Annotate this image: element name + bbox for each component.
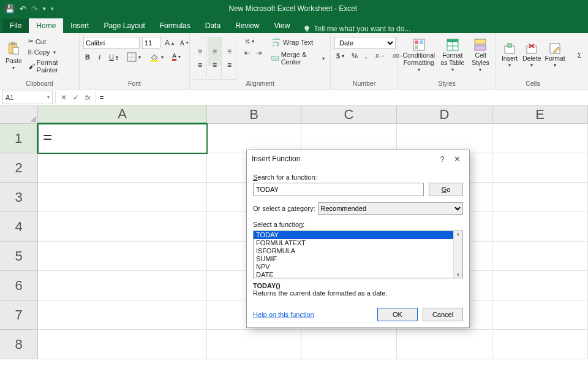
- save-icon[interactable]: 💾: [5, 4, 15, 13]
- autosum-button[interactable]: Σ: [573, 36, 586, 76]
- cell-B8[interactable]: [207, 330, 301, 359]
- function-item-isformula[interactable]: ISFORMULA: [254, 247, 462, 255]
- cell-E2[interactable]: [492, 153, 588, 183]
- tab-page-layout[interactable]: Page Layout: [96, 18, 152, 33]
- undo-icon[interactable]: ↶: [20, 4, 26, 13]
- percent-button[interactable]: %: [350, 52, 360, 60]
- name-box[interactable]: A1▾: [2, 91, 53, 104]
- redo-icon[interactable]: ↷: [31, 4, 38, 13]
- fill-color-button[interactable]: ▾: [148, 52, 165, 63]
- scroll-up-icon[interactable]: ▲: [456, 231, 461, 237]
- qat-overflow-icon[interactable]: ▾: [51, 6, 54, 12]
- paste-button[interactable]: Paste ▾: [4, 36, 24, 76]
- delete-cells-button[interactable]: Delete▾: [522, 36, 541, 76]
- font-name-input[interactable]: [83, 37, 140, 49]
- help-icon[interactable]: ?: [435, 155, 450, 164]
- increase-indent-icon[interactable]: ⇥: [254, 48, 263, 58]
- decrease-indent-icon[interactable]: ⇤: [243, 48, 252, 58]
- row-header-8[interactable]: 8: [0, 330, 38, 359]
- list-scrollbar[interactable]: ▲▼: [453, 231, 462, 278]
- enter-formula-icon[interactable]: ✓: [73, 93, 79, 102]
- function-item-formulatext[interactable]: FORMULATEXT: [254, 239, 462, 247]
- tab-home[interactable]: Home: [29, 18, 63, 33]
- column-header-D[interactable]: D: [397, 105, 492, 124]
- cell-B1[interactable]: [207, 124, 301, 153]
- column-header-B[interactable]: B: [207, 105, 301, 124]
- cell-styles-button[interactable]: Cell Styles▾: [469, 36, 492, 76]
- cell-E5[interactable]: [492, 242, 588, 271]
- increase-decimal-icon[interactable]: .0→: [372, 52, 386, 59]
- scroll-down-icon[interactable]: ▼: [456, 272, 461, 278]
- row-header-2[interactable]: 2: [0, 153, 38, 183]
- row-headers[interactable]: 12345678: [0, 124, 38, 359]
- cell-A3[interactable]: [38, 183, 207, 212]
- column-header-C[interactable]: C: [301, 105, 397, 124]
- cell-E3[interactable]: [492, 183, 588, 212]
- select-all-corner[interactable]: [0, 105, 38, 124]
- format-painter-button[interactable]: 🖌Format Painter: [26, 58, 75, 74]
- search-function-input[interactable]: [253, 183, 424, 196]
- cut-button[interactable]: ✂Cut: [26, 37, 75, 46]
- function-list[interactable]: TODAYFORMULATEXTISFORMULASUMIFNPVDATE ▲▼: [253, 231, 463, 278]
- close-icon[interactable]: ✕: [450, 155, 464, 164]
- cell-E7[interactable]: [492, 300, 588, 330]
- insert-cells-button[interactable]: Insert▾: [500, 36, 519, 76]
- decrease-font-icon[interactable]: A▾: [178, 39, 190, 47]
- merge-center-button[interactable]: Merge & Center▾: [270, 50, 326, 66]
- italic-button[interactable]: I: [97, 53, 102, 61]
- cell-D1[interactable]: [397, 124, 492, 153]
- ok-button[interactable]: OK: [377, 308, 418, 321]
- row-header-5[interactable]: 5: [0, 242, 38, 271]
- cancel-formula-icon[interactable]: ✕: [61, 93, 67, 102]
- column-headers[interactable]: ABCDE: [38, 105, 588, 124]
- align-center-icon[interactable]: ≡: [208, 50, 222, 80]
- column-header-E[interactable]: E: [492, 105, 588, 124]
- dialog-titlebar[interactable]: Insert Function ? ✕: [247, 150, 469, 167]
- function-item-today[interactable]: TODAY: [254, 231, 462, 239]
- tell-me-search[interactable]: Tell me what you want to do...: [303, 25, 410, 33]
- row-header-4[interactable]: 4: [0, 212, 38, 242]
- go-button[interactable]: Go: [429, 183, 463, 196]
- cell-E8[interactable]: [492, 330, 588, 359]
- align-right-icon[interactable]: ≡: [223, 50, 236, 80]
- format-cells-button[interactable]: Format▾: [544, 36, 566, 76]
- row-header-3[interactable]: 3: [0, 183, 38, 212]
- cell-E4[interactable]: [492, 212, 588, 242]
- cell-E1[interactable]: [492, 124, 588, 153]
- cell-A1[interactable]: =: [38, 124, 207, 153]
- tab-formulas[interactable]: Formulas: [153, 18, 198, 33]
- cell-A2[interactable]: [38, 153, 207, 183]
- copy-button[interactable]: ⎘Copy▾: [26, 48, 75, 56]
- underline-button[interactable]: U▾: [107, 53, 120, 61]
- conditional-formatting-button[interactable]: Conditional Formatting▾: [402, 36, 436, 76]
- wrap-text-button[interactable]: Wrap Text: [270, 37, 326, 48]
- cell-A4[interactable]: [38, 212, 207, 242]
- comma-button[interactable]: ,: [363, 52, 369, 60]
- tab-file[interactable]: File: [2, 18, 29, 33]
- cell-C1[interactable]: [301, 124, 397, 153]
- fx-icon[interactable]: fx: [85, 94, 91, 101]
- cell-E6[interactable]: [492, 271, 588, 300]
- tab-data[interactable]: Data: [198, 18, 228, 33]
- cell-A5[interactable]: [38, 242, 207, 271]
- accounting-format-button[interactable]: $▾: [334, 52, 346, 60]
- cell-C8[interactable]: [301, 330, 397, 359]
- cell-A7[interactable]: [38, 300, 207, 330]
- align-left-icon[interactable]: ≡: [194, 50, 207, 80]
- function-item-npv[interactable]: NPV: [254, 263, 462, 271]
- format-as-table-button[interactable]: Format as Table▾: [439, 36, 467, 76]
- customize-qat-icon[interactable]: ▾: [43, 6, 46, 12]
- column-header-A[interactable]: A: [38, 105, 207, 124]
- row-header-1[interactable]: 1: [0, 124, 38, 153]
- function-item-sumif[interactable]: SUMIF: [254, 255, 462, 263]
- bold-button[interactable]: B: [83, 53, 92, 61]
- cell-D8[interactable]: [397, 330, 492, 359]
- category-select[interactable]: Recommended: [318, 202, 464, 215]
- row-header-7[interactable]: 7: [0, 300, 38, 330]
- cell-A6[interactable]: [38, 271, 207, 300]
- font-size-input[interactable]: [142, 37, 160, 49]
- row-header-6[interactable]: 6: [0, 271, 38, 300]
- orientation-button[interactable]: ⤭▾: [243, 37, 256, 46]
- font-color-button[interactable]: A▾: [170, 53, 183, 62]
- borders-button[interactable]: ▾: [125, 52, 143, 63]
